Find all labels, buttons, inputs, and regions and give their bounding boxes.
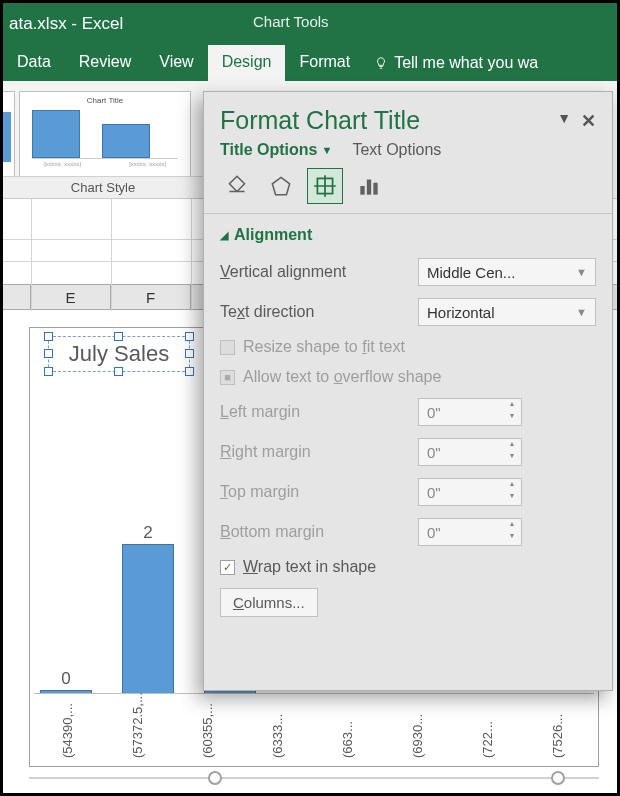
chart-x-axis[interactable]: (54390,... (57372.5,... (60355,... (6333… [30,700,598,766]
resize-shape-checkbox [220,340,235,355]
file-title: ata.xlsx - Excel [9,14,123,34]
tell-me-search[interactable]: Tell me what you wa [364,45,548,81]
svg-marker-0 [272,177,289,194]
pane-title: Format Chart Title [220,106,420,135]
bottom-margin-spinner: 0"▲▼ [418,518,522,546]
svg-rect-2 [360,186,364,195]
chart-tools-label: Chart Tools [253,13,329,30]
lightbulb-icon [374,54,388,72]
text-direction-dropdown[interactable]: Horizontal▼ [418,298,596,326]
wrap-text-checkbox[interactable]: ✓ [220,560,235,575]
chart-style-thumb-partial[interactable] [3,91,15,179]
svg-rect-4 [373,183,377,195]
chart-style-thumb[interactable]: Chart Title [xxxxx, xxxxx][xxxxx, xxxxx] [19,91,191,179]
thumb-title: Chart Title [20,96,190,105]
left-margin-label: Left margin [220,403,410,421]
col-header-f[interactable]: F [111,285,191,309]
allow-overflow-checkbox: ■ [220,370,235,385]
zoom-slider-thumb-right[interactable] [551,771,565,785]
pane-options-dropdown-icon[interactable]: ▼ [557,110,571,132]
pane-tab-text-options[interactable]: Text Options [352,141,441,159]
resize-shape-label: Resize shape to fit text [243,338,405,356]
collapse-triangle-icon: ◢ [220,229,228,242]
tab-review[interactable]: Review [65,45,145,81]
right-margin-label: Right margin [220,443,410,461]
tell-me-label: Tell me what you wa [394,54,538,72]
tab-data[interactable]: Data [3,45,65,81]
top-margin-spinner: 0"▲▼ [418,478,522,506]
pane-tab-title-options[interactable]: Title Options ▼ [220,141,332,159]
left-margin-spinner: 0"▲▼ [418,398,522,426]
chart-title-text: July Sales [69,341,169,367]
ribbon-tabs: Data Review View Design Format Tell me w… [3,45,617,81]
bottom-margin-label: Bottom margin [220,523,410,541]
right-margin-spinner: 0"▲▼ [418,438,522,466]
chart-title[interactable]: July Sales [48,336,190,372]
title-bar: ata.xlsx - Excel Chart Tools [3,3,617,45]
zoom-slider-thumb-left[interactable] [208,771,222,785]
zoom-slider-track [29,777,599,779]
format-chart-title-pane: Format Chart Title ▼ ✕ Title Options ▼ T… [203,91,613,691]
wrap-text-label: Wrap text in shape [243,558,376,576]
tab-format[interactable]: Format [285,45,364,81]
chevron-down-icon: ▼ [576,306,587,318]
col-header-e[interactable]: E [31,285,111,309]
close-icon[interactable]: ✕ [581,110,596,132]
allow-overflow-label: Allow text to overflow shape [243,368,441,386]
ribbon-group-chart-style: Chart Style [3,176,203,198]
text-direction-label: Text direction [220,303,410,321]
vertical-alignment-dropdown[interactable]: Middle Cen...▼ [418,258,596,286]
svg-rect-3 [367,180,371,195]
columns-button[interactable]: Columns... [220,588,318,617]
size-properties-icon[interactable] [308,169,342,203]
top-margin-label: Top margin [220,483,410,501]
vertical-alignment-label: Vertical alignment [220,263,410,281]
effects-icon[interactable] [264,169,298,203]
fill-line-icon[interactable] [220,169,254,203]
section-alignment-toggle[interactable]: ◢ Alignment [220,226,596,244]
tab-design[interactable]: Design [208,45,286,81]
tab-view[interactable]: View [145,45,207,81]
chart-icon[interactable] [352,169,386,203]
chevron-down-icon: ▼ [576,266,587,278]
chevron-down-icon: ▼ [321,144,332,156]
